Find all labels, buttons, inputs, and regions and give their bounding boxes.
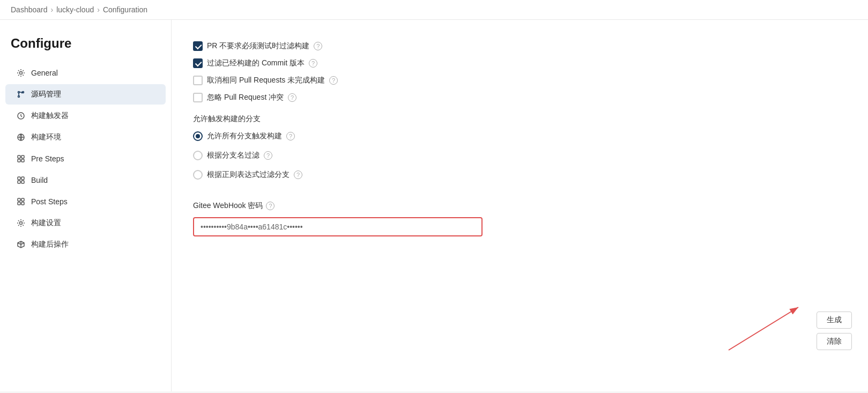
radio-branch-name[interactable] — [193, 151, 203, 160]
svg-rect-10 — [18, 177, 20, 180]
svg-rect-13 — [21, 181, 24, 183]
sidebar-item-build[interactable]: Build — [5, 170, 166, 190]
buildsettings-icon — [16, 218, 26, 228]
checkbox-ignore-pr[interactable] — [193, 93, 203, 102]
branch-section-label: 允许触发构建的分支 — [193, 114, 847, 124]
webhook-input-row — [193, 217, 847, 236]
svg-point-3 — [18, 96, 20, 98]
help-icon-r2[interactable]: ? — [264, 151, 272, 160]
help-icon-4[interactable]: ? — [288, 93, 296, 102]
sidebar-title: Configure — [0, 31, 171, 62]
sidebar-item-source[interactable]: 源码管理 — [5, 84, 166, 105]
help-icon-r3[interactable]: ? — [294, 170, 302, 179]
svg-point-1 — [18, 92, 20, 93]
radio-all-branches[interactable] — [193, 131, 203, 141]
svg-rect-17 — [21, 202, 24, 205]
radio-row-2: 根据分支名过滤 ? — [193, 151, 847, 160]
cube-icon — [16, 240, 26, 249]
main-content: PR 不要求必须测试时过滤构建 ? 过滤已经构建的 Commit 版本 ? 取消… — [172, 20, 868, 391]
sidebar-label-poststeps: Post Steps — [31, 197, 68, 206]
branch-icon — [16, 90, 26, 99]
checkbox-row-2: 过滤已经构建的 Commit 版本 ? — [193, 58, 847, 68]
checkbox-pr-filter[interactable] — [193, 41, 203, 51]
sidebar-label-buildsettings: 构建设置 — [31, 218, 61, 228]
checkbox-label-1: PR 不要求必须测试时过滤构建 — [207, 41, 309, 51]
sidebar: Configure General 源码管理 — [0, 20, 172, 391]
radio-label-3: 根据正则表达式过滤分支 — [207, 170, 290, 180]
sidebar-label-general: General — [31, 69, 58, 77]
svg-rect-11 — [21, 177, 24, 180]
radio-row-3: 根据正则表达式过滤分支 ? — [193, 170, 847, 180]
checkbox-label-3: 取消相同 Pull Requests 未完成构建 — [207, 76, 325, 85]
sidebar-item-presteps[interactable]: Pre Steps — [5, 149, 166, 169]
presteps-icon — [16, 154, 26, 164]
svg-rect-7 — [21, 155, 24, 158]
checkbox-label-2: 过滤已经构建的 Commit 版本 — [207, 58, 305, 68]
svg-rect-8 — [18, 159, 20, 162]
help-icon-r1[interactable]: ? — [286, 132, 295, 140]
sidebar-label-build: Build — [31, 176, 48, 184]
generate-button[interactable]: 生成 — [817, 312, 852, 329]
trigger-icon — [16, 111, 26, 121]
checkbox-label-4: 忽略 Pull Request 冲突 — [207, 93, 284, 102]
sidebar-label-presteps: Pre Steps — [31, 154, 64, 163]
buttons-area: 生成 清除 — [817, 312, 852, 350]
poststeps-icon — [16, 197, 26, 206]
help-icon-1[interactable]: ? — [314, 42, 322, 50]
help-icon-webhook[interactable]: ? — [266, 202, 275, 210]
svg-rect-9 — [21, 159, 24, 162]
svg-rect-15 — [21, 198, 24, 201]
sidebar-label-trigger: 构建触发器 — [31, 111, 69, 121]
checkbox-row-1: PR 不要求必须测试时过滤构建 ? — [193, 41, 847, 51]
svg-point-0 — [20, 72, 23, 75]
settings-icon — [16, 68, 26, 78]
breadcrumb: Dashboard › lucky-cloud › Configuration — [0, 0, 868, 20]
sidebar-item-trigger[interactable]: 构建触发器 — [5, 106, 166, 126]
webhook-section: Gitee WebHook 密码 ? — [193, 201, 847, 236]
webhook-input[interactable] — [193, 217, 483, 236]
help-icon-3[interactable]: ? — [329, 76, 338, 85]
breadcrumb-current: Configuration — [103, 5, 147, 14]
radio-label-2: 根据分支名过滤 — [207, 151, 259, 160]
sidebar-item-postbuild[interactable]: 构建后操作 — [5, 234, 166, 255]
build-icon — [16, 175, 26, 185]
globe-icon — [16, 132, 26, 142]
sidebar-label-postbuild: 构建后操作 — [31, 240, 69, 249]
svg-point-18 — [20, 222, 23, 225]
radio-branch-regex[interactable] — [193, 170, 203, 180]
clear-button[interactable]: 清除 — [817, 333, 852, 350]
sidebar-item-general[interactable]: General — [5, 63, 166, 83]
sidebar-item-poststeps[interactable]: Post Steps — [5, 191, 166, 212]
webhook-label: Gitee WebHook 密码 ? — [193, 201, 847, 211]
radio-row-1: 允许所有分支触发构建 ? — [193, 131, 847, 141]
svg-rect-16 — [18, 202, 20, 205]
breadcrumb-dashboard[interactable]: Dashboard — [11, 5, 48, 14]
sidebar-label-env: 构建环境 — [31, 132, 61, 142]
checkbox-commit-filter[interactable] — [193, 58, 203, 68]
sidebar-item-env[interactable]: 构建环境 — [5, 127, 166, 147]
radio-label-1: 允许所有分支触发构建 — [207, 131, 282, 141]
checkbox-row-4: 忽略 Pull Request 冲突 ? — [193, 93, 847, 102]
checkbox-cancel-pr[interactable] — [193, 76, 203, 85]
svg-rect-6 — [18, 155, 20, 158]
svg-rect-14 — [18, 198, 20, 201]
svg-rect-12 — [18, 181, 20, 183]
sidebar-label-source: 源码管理 — [31, 90, 61, 99]
breadcrumb-project[interactable]: lucky-cloud — [56, 5, 94, 14]
sidebar-item-buildsettings[interactable]: 构建设置 — [5, 213, 166, 233]
checkbox-row-3: 取消相同 Pull Requests 未完成构建 ? — [193, 76, 847, 85]
help-icon-2[interactable]: ? — [309, 59, 317, 68]
